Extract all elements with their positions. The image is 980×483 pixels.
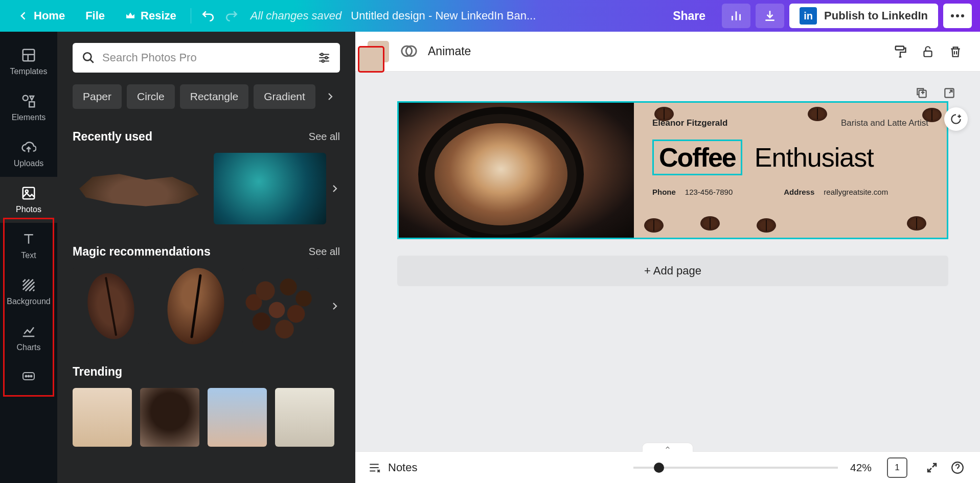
chip-next[interactable] (321, 84, 340, 109)
divider (191, 8, 191, 24)
phone-label[interactable]: Phone (652, 188, 676, 196)
thumb-trending-3[interactable] (208, 388, 267, 447)
address-value[interactable]: reallygreatsite.com (824, 188, 888, 196)
back-home[interactable]: Home (8, 0, 75, 32)
photos-side-panel: Paper Circle Rectangle Gradient Recently… (57, 32, 355, 483)
thumb-otter[interactable] (73, 159, 206, 218)
home-label: Home (34, 9, 65, 22)
chevron-up-icon (664, 445, 672, 450)
duplicate-icon (915, 86, 928, 100)
recent-next[interactable] (325, 178, 345, 199)
search-input[interactable] (102, 51, 310, 64)
paint-roller-button[interactable] (888, 39, 913, 64)
svg-rect-5 (29, 102, 34, 107)
delete-button[interactable] (943, 39, 968, 64)
svg-point-11 (31, 376, 32, 377)
design-canvas[interactable]: Eleanor Fitzgerald Barista and Latte Art… (397, 101, 948, 239)
text-icon (21, 232, 36, 247)
notes-icon (368, 461, 381, 474)
left-nav-rail: Templates Elements Uploads Photos Text B… (0, 32, 57, 483)
expand-page-button[interactable] (940, 84, 959, 102)
thumb-teal-texture[interactable] (214, 153, 326, 224)
canvas-coffee-image[interactable] (399, 103, 634, 239)
help-button[interactable] (947, 457, 968, 478)
thumb-coffee-bean-2[interactable] (157, 268, 234, 344)
file-menu[interactable]: File (75, 0, 115, 32)
canvas-word-coffee[interactable]: Coffee (652, 140, 742, 175)
svg-point-1 (956, 14, 959, 17)
rail-templates[interactable]: Templates (0, 39, 57, 85)
page-count[interactable]: 1 (887, 457, 907, 478)
rail-elements[interactable]: Elements (0, 85, 57, 131)
recent-title: Recently used (73, 130, 152, 144)
zoom-handle[interactable] (654, 463, 664, 473)
zoom-percent[interactable]: 42% (850, 462, 872, 474)
redo-button[interactable] (220, 4, 244, 28)
share-button[interactable]: Share (662, 4, 717, 28)
suggestions-button[interactable] (944, 107, 968, 131)
rail-more[interactable] (0, 361, 57, 392)
trending-thumbs (73, 388, 340, 447)
chip-rectangle[interactable]: Rectangle (180, 84, 249, 109)
lock-button[interactable] (916, 39, 940, 64)
help-icon (951, 461, 964, 474)
notes-button[interactable]: Notes (368, 461, 417, 474)
expand-pages-handle[interactable] (642, 443, 693, 452)
thumb-trending-2[interactable] (140, 388, 199, 447)
add-page-button[interactable]: + Add page (397, 256, 948, 286)
canvas-name[interactable]: Eleanor Fitzgerald (652, 118, 727, 128)
search-icon (82, 51, 95, 64)
context-toolbar: Animate (355, 32, 980, 72)
trending-title: Trending (73, 365, 122, 379)
more-icon (21, 371, 36, 382)
magic-title: Magic recommendations (73, 245, 211, 259)
insights-button[interactable] (722, 4, 750, 28)
more-menu[interactable] (943, 4, 972, 28)
rail-background[interactable]: Background (0, 269, 57, 315)
chip-circle[interactable]: Circle (127, 84, 175, 109)
search-photos[interactable] (73, 43, 340, 73)
rail-charts[interactable]: Charts (0, 315, 57, 361)
svg-rect-18 (896, 46, 904, 50)
rail-photos[interactable]: Photos (0, 177, 57, 223)
top-header: Home File Resize All changes saved Untit… (0, 0, 980, 32)
fullscreen-icon (926, 462, 938, 474)
charts-icon (21, 324, 36, 339)
svg-rect-19 (924, 51, 931, 56)
magic-next[interactable] (325, 296, 345, 316)
chip-paper[interactable]: Paper (73, 84, 122, 109)
expand-icon (943, 86, 956, 100)
fullscreen-button[interactable] (922, 457, 942, 478)
duplicate-page-button[interactable] (913, 84, 931, 102)
filter-icon[interactable] (317, 51, 331, 64)
canvas-role[interactable]: Barista and Latte Artist (841, 118, 928, 128)
unlock-icon (921, 45, 935, 58)
chip-gradient[interactable]: Gradient (254, 84, 315, 109)
rail-uploads[interactable]: Uploads (0, 131, 57, 177)
document-title[interactable]: Untitled design - New LinkedIn Ban... (351, 9, 536, 22)
transparency-button[interactable] (400, 42, 419, 61)
paint-roller-icon (893, 44, 907, 59)
rail-text[interactable]: Text (0, 223, 57, 269)
publish-linkedin-button[interactable]: in Publish to LinkedIn (789, 4, 938, 28)
address-label[interactable]: Address (784, 188, 814, 196)
magic-seeall[interactable]: See all (309, 246, 340, 258)
recent-seeall[interactable]: See all (309, 131, 340, 143)
canvas-word-enthusiast[interactable]: Enthusiast (755, 142, 874, 173)
svg-point-13 (321, 53, 323, 55)
animate-button[interactable]: Animate (428, 44, 471, 58)
thumb-trending-4[interactable] (275, 388, 334, 447)
section-recent: Recently used See all (73, 130, 340, 144)
recent-thumbs (73, 153, 340, 224)
thumb-coffee-bean-1[interactable] (73, 268, 149, 344)
phone-value[interactable]: 123-456-7890 (685, 188, 733, 196)
thumb-coffee-beans-pile[interactable] (242, 268, 319, 344)
resize-menu[interactable]: Resize (115, 0, 187, 32)
download-button[interactable] (756, 4, 784, 28)
undo-button[interactable] (195, 4, 220, 28)
crown-icon (125, 12, 135, 20)
canvas-area: Eleanor Fitzgerald Barista and Latte Art… (355, 72, 980, 451)
zoom-slider[interactable] (633, 467, 838, 469)
thumb-trending-1[interactable] (73, 388, 132, 447)
background-color-swatch[interactable] (368, 41, 389, 62)
